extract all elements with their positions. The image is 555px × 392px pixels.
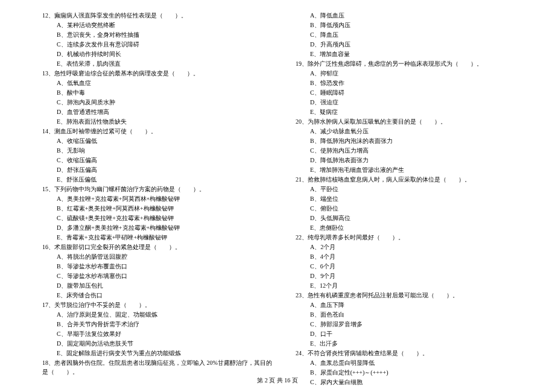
q18-options: A、降低血压 B、降低颅内压 C、降血压 D、升高颅内压 E、增加血容量	[296, 11, 531, 58]
q15-opt-d: D、多潘立酮+奥美拉唑+克拉霉素+枸橼酸铋钾	[57, 223, 278, 232]
q20-stem: 20、为肺水肿病人采取加压吸氧的主要目的是（ ）。	[296, 117, 531, 126]
q16-opt-a: A、将脱出的肠管送回腹腔	[57, 252, 278, 261]
q19-options: A、抑郁症 B、惊恐发作 C、睡眠障碍 D、强迫症 E、疑病症	[296, 69, 531, 116]
q22-options: A、2个月 B、4个月 C、6个月 D、9个月 E、12个月	[296, 242, 531, 290]
q18-opt-a: A、降低血压	[310, 11, 531, 20]
q21-opt-b: B、端坐位	[310, 194, 531, 203]
q19-opt-d: D、强迫症	[310, 98, 531, 107]
q21-opt-a: A、平卧位	[310, 185, 531, 194]
q18-opt-c: C、降血压	[310, 30, 531, 39]
q23-opt-d: D、口干	[310, 329, 531, 338]
q23-stem: 23、急性有机磷重度患者阿托品注射后最可能出现（ ）。	[296, 291, 531, 300]
q17-opt-c: C、早期手法复位效果好	[57, 329, 278, 338]
q15-options: A、奥美拉唑+克拉霉素+阿莫西林+枸橼酸铋钾 B、红霉素+奥美拉唑+阿莫西林+枸…	[42, 194, 278, 242]
q15-opt-a: A、奥美拉唑+克拉霉素+阿莫西林+枸橼酸铋钾	[57, 194, 278, 203]
q12-options: A、某种活动突然终断 B、意识丧失，全身对称性抽搐 C、连续多次发作且有意识障碍…	[42, 21, 278, 68]
q20-opt-a: A、减少动脉血氧分压	[310, 127, 531, 136]
q19-stem: 19、除外广泛性焦虑障碍，焦虑症的另一种临床表现形式为（ ）。	[296, 59, 531, 68]
q14-opt-d: D、舒张压偏高	[57, 165, 278, 174]
q14-opt-c: C、收缩压偏高	[57, 156, 278, 165]
q15-opt-e: E、青霉素+克拉霉素+甲硝唑+枸橼酸铋钾	[57, 233, 278, 242]
q13-stem: 13、急性呼吸窘迫综合征的最基本的病理改变是（ ）。	[42, 69, 278, 78]
q13-opt-d: D、血管通透性增高	[57, 107, 278, 116]
q22-opt-b: B、4个月	[310, 252, 531, 261]
question-18: 18、患者因脑外伤住院。住院后患者出现脑疝征兆，立即输入 20%甘露醇治疗，其目…	[42, 358, 278, 376]
q22-opt-c: C、6个月	[310, 262, 531, 271]
q20-options: A、减少动脉血氧分压 B、降低肺泡内泡沫的表面张力 C、使肺泡内压力增高 D、降…	[296, 127, 531, 174]
question-23: 23、急性有机磷重度患者阿托品注射后最可能出现（ ）。 A、血压下降 B、面色苍…	[296, 291, 531, 348]
q18-opt-e: E、增加血容量	[310, 49, 531, 58]
q13-opt-b: B、酸中毒	[57, 88, 278, 97]
q12-opt-b: B、意识丧失，全身对称性抽搐	[57, 30, 278, 39]
q14-opt-a: A、收缩压偏低	[57, 136, 278, 145]
question-13: 13、急性呼吸窘迫综合征的最基本的病理改变是（ ）。 A、低氧血症 B、酸中毒 …	[42, 69, 278, 126]
q18-opt-b: B、降低颅内压	[310, 21, 531, 30]
question-16: 16、术后腹部切口完全裂开的紧急处理是（ ）。 A、将脱出的肠管送回腹腔 B、等…	[42, 242, 278, 300]
q22-opt-e: E、12个月	[310, 281, 531, 290]
q20-opt-d: D、降低肺泡表面张力	[310, 156, 531, 165]
q13-opt-a: A、低氧血症	[57, 78, 278, 87]
q16-opt-e: E、床旁缝合伤口	[57, 291, 278, 300]
q21-opt-c: C、俯卧位	[310, 204, 531, 213]
question-21: 21、抢救肺结核咯血窒息病人时，病人应采取的体位是（ ）。 A、平卧位 B、端坐…	[296, 175, 531, 232]
q24-stem: 24、不符合肾炎性肾病辅助检查结果是（ ）。	[296, 349, 531, 358]
q22-opt-d: D、9个月	[310, 271, 531, 280]
q14-opt-b: B、无影响	[57, 146, 278, 155]
q19-opt-c: C、睡眠障碍	[310, 88, 531, 97]
q12-opt-c: C、连续多次发作且有意识障碍	[57, 40, 278, 49]
question-12: 12、癫痫病人强直阵挛发生的特征性表现是（ ）。 A、某种活动突然终断 B、意识…	[42, 11, 278, 68]
q14-options: A、收缩压偏低 B、无影响 C、收缩压偏高 D、舒张压偏高 E、舒张压偏低	[42, 136, 278, 184]
q24-opt-b: B、尿蛋白定性(+++)～(++++)	[310, 368, 531, 377]
right-column: A、降低血压 B、降低颅内压 C、降血压 D、升高颅内压 E、增加血容量 19、…	[290, 11, 531, 392]
q18-opt-d: D、升高颅内压	[310, 40, 531, 49]
question-22: 22、纯母乳喂养多长时间最好（ ）。 A、2个月 B、4个月 C、6个月 D、9…	[296, 233, 531, 290]
q19-opt-a: A、抑郁症	[310, 69, 531, 78]
page-footer: 第 2 页 共 16 页	[0, 376, 555, 385]
q19-opt-e: E、疑病症	[310, 107, 531, 116]
q16-opt-b: B、等渗盐水纱布覆盖伤口	[57, 262, 278, 271]
q16-options: A、将脱出的肠管送回腹腔 B、等渗盐水纱布覆盖伤口 C、等渗盐水纱布填塞伤口 D…	[42, 252, 278, 300]
q24-opt-a: A、血浆总蛋白明显降低	[310, 358, 531, 367]
question-15: 15、下列药物中均为幽门螺杆菌治疗方案的药物是（ ）。 A、奥美拉唑+克拉霉素+…	[42, 185, 278, 242]
q13-opt-c: C、肺泡内及间质水肿	[57, 98, 278, 107]
q17-stem: 17、关节脱位治疗中不妥的是（ ）。	[42, 300, 278, 309]
q18-stem: 18、患者因脑外伤住院。住院后患者出现脑疝征兆，立即输入 20%甘露醇治疗，其目…	[42, 358, 278, 376]
q20-opt-b: B、降低肺泡内泡沫的表面张力	[310, 136, 531, 145]
q21-opt-d: D、头低脚高位	[310, 213, 531, 223]
q21-opt-e: E、患侧卧位	[310, 223, 531, 232]
question-20: 20、为肺水肿病人采取加压吸氧的主要目的是（ ）。 A、减少动脉血氧分压 B、降…	[296, 117, 531, 174]
q21-options: A、平卧位 B、端坐位 C、俯卧位 D、头低脚高位 E、患侧卧位	[296, 185, 531, 232]
q12-opt-e: E、表情呆滞，肌肉强直	[57, 59, 278, 68]
q15-opt-b: B、红霉素+奥美拉唑+阿莫西林+枸橼酸铋钾	[57, 204, 278, 213]
q20-opt-c: C、使肺泡内压力增高	[310, 146, 531, 155]
q23-opt-a: A、血压下降	[310, 300, 531, 309]
q23-options: A、血压下降 B、面色苍白 C、肺部湿罗音增多 D、口干 E、出汗多	[296, 300, 531, 348]
q23-opt-b: B、面色苍白	[310, 310, 531, 319]
q23-opt-e: E、出汗多	[310, 339, 531, 348]
question-17: 17、关节脱位治疗中不妥的是（ ）。 A、治疗原则是复位、固定、功能锻炼 B、合…	[42, 300, 278, 358]
q23-opt-c: C、肺部湿罗音增多	[310, 320, 531, 329]
q13-options: A、低氧血症 B、酸中毒 C、肺泡内及间质水肿 D、血管通透性增高 E、肺泡表面…	[42, 78, 278, 126]
q13-opt-e: E、肺泡表面活性物质缺失	[57, 117, 278, 126]
q17-opt-d: D、固定期间勿活动患肢关节	[57, 339, 278, 348]
q16-opt-c: C、等渗盐水纱布填塞伤口	[57, 271, 278, 280]
question-18-options: A、降低血压 B、降低颅内压 C、降血压 D、升高颅内压 E、增加血容量	[296, 11, 531, 58]
q21-stem: 21、抢救肺结核咯血窒息病人时，病人应采取的体位是（ ）。	[296, 175, 531, 184]
q20-opt-e: E、增加肺泡毛细血管渗出液的产生	[310, 165, 531, 174]
q16-stem: 16、术后腹部切口完全裂开的紧急处理是（ ）。	[42, 242, 278, 251]
q15-stem: 15、下列药物中均为幽门螺杆菌治疗方案的药物是（ ）。	[42, 185, 278, 194]
q12-stem: 12、癫痫病人强直阵挛发生的特征性表现是（ ）。	[42, 11, 278, 20]
q12-opt-d: D、机械动作持续时间长	[57, 49, 278, 58]
q17-opt-e: E、固定解除后进行病变关节为重点的功能锻炼	[57, 349, 278, 358]
left-column: 12、癫痫病人强直阵挛发生的特征性表现是（ ）。 A、某种活动突然终断 B、意识…	[42, 11, 290, 392]
q17-opt-a: A、治疗原则是复位、固定、功能锻炼	[57, 310, 278, 319]
q17-opt-b: B、合并关节内骨折需手术治疗	[57, 320, 278, 329]
q14-stem: 14、测血压时袖带缠的过紧可使（ ）。	[42, 127, 278, 136]
q22-opt-a: A、2个月	[310, 242, 531, 251]
question-14: 14、测血压时袖带缠的过紧可使（ ）。 A、收缩压偏低 B、无影响 C、收缩压偏…	[42, 127, 278, 184]
q14-opt-e: E、舒张压偏低	[57, 175, 278, 184]
q16-opt-d: D、腹带加压包扎	[57, 281, 278, 290]
q19-opt-b: B、惊恐发作	[310, 78, 531, 87]
question-19: 19、除外广泛性焦虑障碍，焦虑症的另一种临床表现形式为（ ）。 A、抑郁症 B、…	[296, 59, 531, 116]
q15-opt-c: C、硫酸镁+奥美拉唑+克拉霉素+枸橼酸铋钾	[57, 213, 278, 223]
